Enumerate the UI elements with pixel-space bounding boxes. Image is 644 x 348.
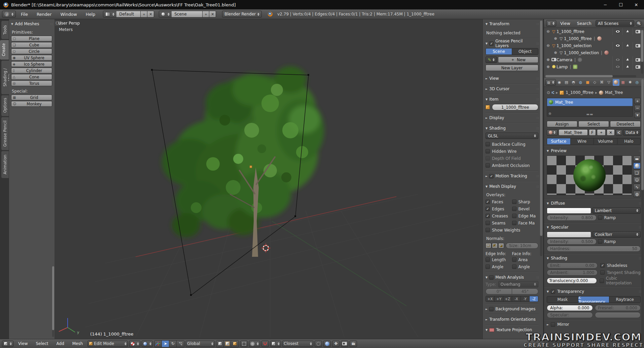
show-weights-checkbox[interactable] <box>486 228 490 232</box>
expand-icon[interactable]: ⊕ <box>553 50 558 55</box>
mode-select[interactable]: Edit Mode <box>87 341 128 347</box>
type-surface-button[interactable]: Surface <box>547 138 571 144</box>
data-name[interactable]: 1_1000_fftree <box>564 36 592 41</box>
edge-length-checkbox[interactable] <box>486 257 490 262</box>
preview-flat-button[interactable]: ▬ <box>633 155 641 162</box>
camera-data-icon[interactable] <box>578 58 582 62</box>
expand-icon[interactable]: ⊕ <box>545 65 551 69</box>
mesh-menu[interactable]: Mesh <box>69 341 86 346</box>
collapse-icon[interactable]: ⊖ <box>545 43 551 48</box>
occlude-select[interactable] <box>249 341 260 347</box>
diffuse-color-swatch[interactable] <box>547 208 591 214</box>
preview-cube-button[interactable]: ❑ <box>633 170 641 176</box>
object-name[interactable]: 1_1000_fftree <box>557 29 584 34</box>
tab-world-icon[interactable]: ◍ <box>577 79 584 86</box>
transform-panel-header[interactable]: ▼ Transform∷ <box>486 21 538 27</box>
editor-type-selector[interactable]: ▤ <box>545 79 556 85</box>
background-images-checkbox[interactable] <box>489 307 494 311</box>
manipulator-translate-button[interactable]: ➤ <box>162 341 169 347</box>
type-wire-button[interactable]: Wire <box>571 138 594 144</box>
face-angle-checkbox[interactable] <box>512 265 516 269</box>
add-grid-button[interactable]: ▦Grid <box>11 95 52 100</box>
tab-physics-icon[interactable]: ◎ <box>634 79 641 86</box>
outliner-row-lamp[interactable]: ⊕ Lamp | <box>544 63 644 70</box>
ambient-occlusion-checkbox[interactable] <box>486 163 490 168</box>
breadcrumb-object[interactable]: 1_1000_fftree <box>566 90 594 95</box>
outliner-row-fftree-object[interactable]: ⊖ ▽ 1_1000_fftree <box>544 28 644 35</box>
add-uv-sphere-button[interactable]: ◉UV Sphere <box>11 55 52 61</box>
emit-slider[interactable]: Emit:0.00 <box>547 263 598 269</box>
item-panel-header[interactable]: ▼Item∷ <box>486 96 538 103</box>
snap-element-select[interactable] <box>270 341 281 347</box>
edge-marks-checkbox[interactable] <box>512 214 516 218</box>
scene-add-button[interactable]: ＋ <box>202 11 209 18</box>
proportional-edit-button[interactable]: ✥ <box>332 341 339 347</box>
expand-icon[interactable]: ⊕ <box>545 58 551 62</box>
preview-hair-button[interactable]: ∿ <box>633 184 641 190</box>
axis-minus-y-button[interactable]: -Y <box>521 296 530 302</box>
preview-sphere-button[interactable] <box>633 163 641 169</box>
pivot-select[interactable] <box>142 341 153 347</box>
panel-grip-icon[interactable]: ∷ <box>50 22 52 26</box>
add-torus-button[interactable]: ◎Torus <box>11 80 52 86</box>
menu-window[interactable]: Window <box>57 12 80 17</box>
tangent-shading-checkbox[interactable] <box>600 270 605 275</box>
nodes-toggle-button[interactable]: ⑆ <box>616 130 622 136</box>
tab-particles-icon[interactable]: ✱ <box>627 79 634 86</box>
item-name-field[interactable]: 1_1000_fftree <box>492 104 538 110</box>
editor-type-selector[interactable]: i <box>2 11 16 18</box>
snap-toggle-button[interactable] <box>261 341 269 347</box>
data-name[interactable]: 1_1000_selection <box>564 50 599 55</box>
backface-culling-checkbox[interactable] <box>486 142 490 146</box>
mesh-analysis-checkbox[interactable] <box>489 275 494 280</box>
visibility-toggle[interactable] <box>612 42 622 49</box>
outliner-scope-select[interactable]: All Scenes <box>596 20 635 27</box>
object-name[interactable]: 1_1000_selection <box>557 43 592 48</box>
snap-align-rotation-button[interactable] <box>315 341 322 347</box>
list-resize-grip[interactable]: ▬▬ <box>586 112 594 116</box>
face-select-button[interactable] <box>231 341 239 347</box>
scene-selector[interactable] <box>159 11 172 18</box>
analysis-min-slider[interactable]: 0° <box>486 288 512 294</box>
render-engine-select[interactable]: Blender Render <box>222 11 262 18</box>
opengl-render-button[interactable] <box>341 341 348 347</box>
display-panel-header[interactable]: ►Display∷ <box>486 114 538 121</box>
snap-target-select[interactable]: Closest <box>282 341 313 347</box>
close-button[interactable]: ✕ <box>629 0 644 9</box>
pin-icon[interactable]: ⊙ <box>547 90 550 95</box>
add-meshes-panel-header[interactable]: ▼ Add Meshes ∷ <box>11 21 52 27</box>
editor-type-selector[interactable]: ☰ <box>546 20 556 27</box>
slot-add-button[interactable]: ＋ <box>634 98 641 104</box>
faces-checkbox[interactable]: ✓ <box>486 200 490 204</box>
tab-scene-icon[interactable]: ◓ <box>570 79 577 86</box>
type-volume-button[interactable]: Volume <box>594 138 617 144</box>
manipulator-rotate-button[interactable]: ↻ <box>169 341 177 347</box>
grease-pencil-panel-header[interactable]: ▼ ✓ Grease Pencil Layers∷ <box>486 40 538 47</box>
face-area-checkbox[interactable] <box>512 257 516 262</box>
normals-size-slider[interactable]: Size: 10cm <box>506 243 538 249</box>
material-slot-list[interactable]: Mat_Tree ⊕ ▬▬ <box>547 98 633 117</box>
analysis-max-slider[interactable]: 45° <box>512 288 538 294</box>
mirror-checkbox[interactable] <box>551 322 555 327</box>
cursor-3d[interactable] <box>261 243 271 253</box>
tool-shelf-scrollbar[interactable] <box>52 266 54 337</box>
deselect-button[interactable]: Deselect <box>610 121 641 127</box>
select-button[interactable]: Select <box>578 121 609 127</box>
raytrace-button[interactable]: Raytrace <box>609 297 640 303</box>
maximize-button[interactable]: ☐ <box>613 0 629 9</box>
transparency-limit-slider[interactable] <box>595 312 641 318</box>
viewport-3d[interactable]: y Ca User Persp Meters (144) 1_1000_fftr… <box>55 19 482 339</box>
hidden-wire-checkbox[interactable] <box>486 149 490 153</box>
gp-object-button[interactable]: Object <box>512 48 538 55</box>
fake-user-button[interactable]: F <box>589 129 596 136</box>
shading-panel-header[interactable]: ▼Shading∷ <box>486 125 538 132</box>
diffuse-panel-header[interactable]: ▼Diffuse∷ <box>547 200 641 207</box>
viewport-shading-select[interactable] <box>129 341 140 347</box>
gp-new-button[interactable]: ＋New <box>498 57 538 63</box>
search-icon[interactable]: 🔍︎ <box>636 21 642 27</box>
manipulator-axis-button[interactable] <box>154 341 162 347</box>
diffuse-intensity-slider[interactable]: Intensity:0.800 <box>547 215 597 221</box>
menu-render[interactable]: Render <box>33 12 56 17</box>
outliner-row-selection-object[interactable]: ⊖ ▽ 1_1000_selection <box>544 42 644 49</box>
mask-button[interactable]: Mask <box>547 297 578 303</box>
